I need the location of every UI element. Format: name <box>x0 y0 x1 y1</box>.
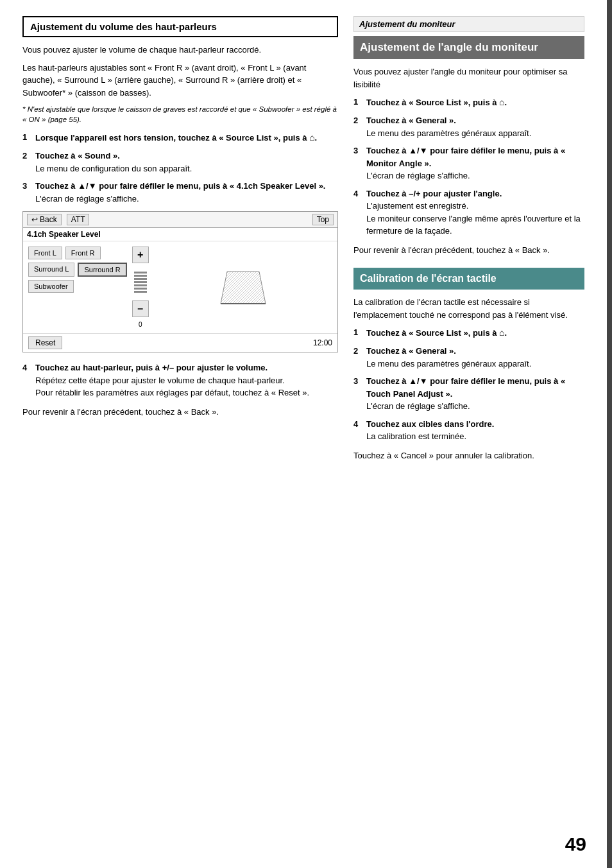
speaker-level-label: 4.1ch Speaker Level <box>23 228 337 241</box>
monitor-step-4: 4 Touchez à –/+ pour ajuster l'angle. L'… <box>353 187 584 238</box>
monitor-step-2: 2 Touchez à « General ». Le menu des par… <box>353 114 584 139</box>
surround-l-button[interactable]: Surround L <box>28 263 74 277</box>
zero-label: 0 <box>139 321 142 328</box>
left-back-note: Pour revenir à l'écran précédent, touche… <box>22 406 338 419</box>
monitor-section-title: Ajustement de l'angle du moniteur <box>360 41 578 54</box>
calibration-cancel-note: Touchez à « Cancel » pour annuler la cal… <box>353 449 584 462</box>
monitor-intro: Vous pouvez ajuster l'angle du moniteur … <box>353 65 584 91</box>
speaker-row-surround: Surround L Surround R <box>28 263 127 277</box>
calibration-step-2: 2 Touchez à « General ». Le menu des par… <box>353 345 584 370</box>
right-column: Ajustement du moniteur Ajustement de l'a… <box>353 16 584 829</box>
page-number: 49 <box>565 833 586 855</box>
monitor-section-header: Ajustement de l'angle du moniteur <box>353 36 584 59</box>
speaker-ui-body: Front L Front R Surround L <box>23 241 337 333</box>
speaker-ui-footer: Reset 12:00 <box>23 333 337 352</box>
front-r-button[interactable]: Front R <box>65 247 101 259</box>
left-steps-cont: 4 Touchez au haut-parleur, puis à +/– po… <box>22 361 338 399</box>
left-step-2: 2 Touchez à « Sound ». Le menu de config… <box>22 150 338 175</box>
italic-section-header: Ajustement du moniteur <box>353 16 584 32</box>
calibration-steps: 1 Touchez à « Source List », puis à ⌂. 2… <box>353 326 584 443</box>
left-section-title: Ajustement du volume des haut-parleurs <box>30 21 330 32</box>
minus-button[interactable]: – <box>132 300 149 317</box>
side-bar <box>607 0 612 868</box>
calibration-intro: La calibration de l'écran tactile est né… <box>353 296 584 321</box>
left-section-header: Ajustement du volume des haut-parleurs <box>22 16 338 37</box>
left-column: Ajustement du volume des haut-parleurs V… <box>22 16 338 829</box>
speaker-ui-header: ↩ Back ATT Top <box>23 212 337 228</box>
calibration-step-3: 3 Touchez à ▲/▼ pour faire défiler le me… <box>353 375 584 413</box>
left-footnote: * N'est ajustable que lorsque le caisson… <box>22 104 338 125</box>
back-arrow-icon: ↩ <box>31 215 38 224</box>
left-step-4: 4 Touchez au haut-parleur, puis à +/– po… <box>22 361 338 399</box>
speaker-row-front: Front L Front R <box>28 247 127 259</box>
monitor-back-note: Pour revenir à l'écran précédent, touche… <box>353 244 584 257</box>
plus-button[interactable]: + <box>132 247 149 263</box>
calibration-section-header: Calibration de l'écran tactile <box>353 268 584 290</box>
monitor-steps: 1 Touchez à « Source List », puis à ⌂. 2… <box>353 96 584 238</box>
left-intro2: Les haut-parleurs ajustables sont « Fron… <box>22 62 338 100</box>
speaker-ui-mockup: ↩ Back ATT Top 4.1ch Speaker Level <box>22 211 338 352</box>
left-step-1: 1 Lorsque l'appareil est hors tension, t… <box>22 131 338 144</box>
calibration-step-1: 1 Touchez à « Source List », puis à ⌂. <box>353 326 584 340</box>
att-button[interactable]: ATT <box>67 214 90 225</box>
eq-visual <box>154 247 332 328</box>
back-button[interactable]: ↩ Back <box>27 214 62 225</box>
calibration-section-title: Calibration de l'écran tactile <box>360 273 578 284</box>
eq-bar-display <box>133 266 148 298</box>
plus-minus-controls: + – 0 <box>132 247 149 328</box>
home-icon-1: ⌂ <box>309 132 314 143</box>
subwoofer-button[interactable]: Subwoofer <box>28 280 74 293</box>
reset-button[interactable]: Reset <box>28 336 62 349</box>
time-display: 12:00 <box>313 338 332 347</box>
left-steps: 1 Lorsque l'appareil est hors tension, t… <box>22 131 338 205</box>
monitor-step-1: 1 Touchez à « Source List », puis à ⌂. <box>353 96 584 109</box>
monitor-step-3: 3 Touchez à ▲/▼ pour faire défiler le me… <box>353 144 584 182</box>
home-icon-3: ⌂ <box>499 327 504 338</box>
calibration-step-4: 4 Touchez aux cibles dans l'ordre. La ca… <box>353 418 584 443</box>
home-icon-2: ⌂ <box>499 97 504 107</box>
speaker-row-sub: Subwoofer <box>28 280 127 293</box>
speaker-shape-svg <box>214 265 272 310</box>
front-l-button[interactable]: Front L <box>28 247 62 259</box>
surround-r-button[interactable]: Surround R <box>78 263 126 277</box>
left-intro1: Vous pouvez ajuster le volume de chaque … <box>22 44 338 56</box>
top-button[interactable]: Top <box>312 214 334 225</box>
speaker-buttons: Front L Front R Surround L <box>28 247 127 328</box>
left-step-3: 3 Touchez à ▲/▼ pour faire défiler le me… <box>22 180 338 205</box>
svg-marker-0 <box>221 272 266 304</box>
